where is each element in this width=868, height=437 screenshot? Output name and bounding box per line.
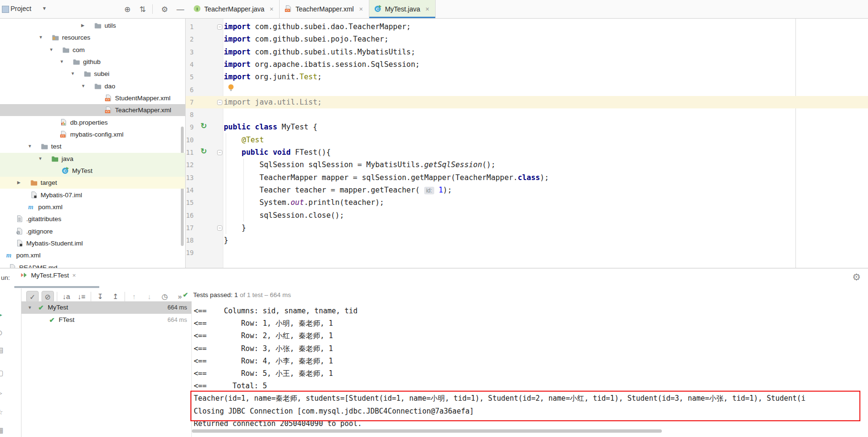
line-number: 5 <box>186 71 194 83</box>
xml-icon: <> <box>60 130 67 138</box>
test-tree-item-ftest[interactable]: ✔FTest664 ms <box>21 314 192 326</box>
hide-panel-icon[interactable]: — <box>175 4 186 15</box>
test-tree-item-mytest[interactable]: ▼✔MyTest664 ms <box>21 301 192 314</box>
editor-tab-teachermapper-java[interactable]: ITeacherMapper.java× <box>188 0 280 18</box>
code-text: import com.github.subei.pojo.Teacher; <box>224 33 388 45</box>
console-output[interactable]: <== Columns: sid, sname, tname, tid<== R… <box>192 301 868 437</box>
rerun-icon[interactable]: ▶ <box>0 310 2 319</box>
chevron-expanded-icon[interactable]: ▼ <box>81 80 85 92</box>
code-editor[interactable]: 1−import com.github.subei.dao.TeacherMap… <box>186 19 868 268</box>
tree-item-label: mybatis-config.xml <box>70 128 124 140</box>
tree-item-pom-xml[interactable]: mpom.xml <box>0 249 186 261</box>
tree-item-mytest[interactable]: CMyTest <box>0 165 186 177</box>
close-icon[interactable]: × <box>359 5 363 13</box>
tree-item-mybatis-student-iml[interactable]: Mybatis-Student.iml <box>0 237 186 249</box>
locate-file-icon[interactable]: ⊕ <box>122 4 133 15</box>
run-test-gutter-icon[interactable]: ↻ <box>199 147 208 156</box>
tree-item-java[interactable]: ▼java <box>0 153 186 165</box>
tree-item-teachermapper-xml[interactable]: <>TeacherMapper.xml <box>0 104 186 116</box>
console-horizontal-scrollbar[interactable] <box>192 429 662 433</box>
tree-item-mybatis-07-iml[interactable]: Mybatis-07.iml <box>0 189 186 201</box>
close-icon[interactable]: × <box>426 5 429 13</box>
tree-item-utils[interactable]: ▶utils <box>0 20 186 32</box>
chevron-expanded-icon[interactable]: ▼ <box>28 301 32 314</box>
code-text: SqlSession sqlSession = MybatisUtils.get… <box>224 159 495 171</box>
tree-item-label: db.properties <box>70 117 108 128</box>
chevron-expanded-icon[interactable]: ▼ <box>49 44 53 56</box>
tree-item-subei[interactable]: ▼subei <box>0 68 186 80</box>
pin-icon[interactable]: ☆ <box>0 408 3 416</box>
code-line-14: 14 Teacher teacher = mapper.getTeacher( … <box>186 184 868 196</box>
chevron-expanded-icon[interactable]: ▼ <box>71 68 75 80</box>
tree-item-resources[interactable]: ▼resources <box>0 32 186 43</box>
tree-item-readme-md[interactable]: README.md <box>0 262 186 268</box>
show-passed-icon[interactable]: ✓ <box>26 291 39 302</box>
tree-item--gitattributes[interactable]: .gitattributes <box>0 213 186 225</box>
chevron-collapsed-icon[interactable]: ▶ <box>17 177 21 189</box>
chevron-down-icon[interactable]: ▼ <box>42 6 47 11</box>
show-ignored-icon[interactable]: ⊘ <box>42 291 54 302</box>
stop-icon[interactable]: ▢ <box>0 369 3 377</box>
collapse-all-icon[interactable]: ↥ <box>109 291 122 302</box>
tree-item-db-properties[interactable]: db.properties <box>0 117 186 128</box>
code-line-16: 16 sqlSession.close(); <box>186 209 868 222</box>
code-text: @Test <box>224 134 264 146</box>
close-icon[interactable]: × <box>270 5 273 13</box>
tree-item-pom-xml[interactable]: mpom.xml <box>0 201 186 213</box>
test-report-icon[interactable]: ▤ <box>0 346 3 354</box>
console-line: Closing JDBC Connection [com.mysql.jdbc.… <box>194 405 474 417</box>
fold-marker-icon[interactable]: − <box>217 100 222 105</box>
close-icon[interactable]: × <box>73 272 76 279</box>
test-history-icon[interactable]: ◷ <box>158 291 171 302</box>
run-config-tab[interactable]: MyTest.FTest × <box>20 271 76 279</box>
code-line-9: 9↻public class MyTest { <box>186 121 868 133</box>
tree-item-label: pom.xml <box>16 249 41 261</box>
fold-marker-icon[interactable]: − <box>217 225 222 231</box>
chevron-expanded-icon[interactable]: ▼ <box>39 32 43 43</box>
fold-marker-icon[interactable]: − <box>217 24 222 30</box>
sort-by-duration-icon[interactable]: ↓≡ <box>75 291 88 302</box>
fold-marker-icon[interactable]: − <box>217 150 222 155</box>
sort-alphabetically-icon[interactable]: ↓a <box>60 291 73 302</box>
run-config-icon[interactable]: ▷ <box>0 389 2 397</box>
chevron-expanded-icon[interactable]: ▼ <box>60 56 64 68</box>
layout-icon[interactable]: ▦ <box>0 426 3 435</box>
tree-item-dao[interactable]: ▼dao <box>0 80 186 92</box>
tree-item-label: test <box>51 140 62 152</box>
run-test-gutter-icon[interactable]: ↻ <box>199 122 208 130</box>
editor-tab-teachermapper-xml[interactable]: <>TeacherMapper.xml× <box>280 0 369 18</box>
code-line-13: 13 TeacherMapper mapper = sqlSession.get… <box>186 171 868 184</box>
test-passed-icon: ✔ <box>49 314 55 326</box>
expand-all-icon[interactable]: ↧ <box>94 291 106 302</box>
next-failed-test-icon[interactable]: ↓ <box>143 291 156 302</box>
xml-icon: <> <box>105 94 112 102</box>
run-window-label: un: <box>1 274 10 281</box>
chevron-collapsed-icon[interactable]: ▶ <box>81 20 84 32</box>
intention-bulb-icon[interactable] <box>228 84 234 94</box>
divider <box>57 292 57 301</box>
chevron-expanded-icon[interactable]: ▼ <box>38 153 42 165</box>
previous-failed-test-icon[interactable]: ↑ <box>128 291 140 302</box>
line-number: 9 <box>186 121 194 133</box>
project-panel-title[interactable]: Project <box>10 5 31 12</box>
collapse-all-icon[interactable]: ⇅ <box>137 4 148 15</box>
line-number: 7 <box>186 96 194 108</box>
tree-item--gitignore[interactable]: .gitignore <box>0 225 186 237</box>
tree-item-com[interactable]: ▼com <box>0 44 186 56</box>
line-number: 6 <box>186 84 194 96</box>
tree-item-target[interactable]: ▶target <box>0 177 186 189</box>
tree-item-github[interactable]: ▼github <box>0 56 186 68</box>
code-text: import org.junit.Test; <box>224 71 322 83</box>
divider <box>152 4 153 14</box>
tree-item-mybatis-config-xml[interactable]: <>mybatis-config.xml <box>0 128 186 140</box>
git-icon <box>16 215 23 223</box>
chevron-expanded-icon[interactable]: ▼ <box>28 140 32 152</box>
editor-tab-mytest-java[interactable]: CMyTest.java× <box>369 0 436 18</box>
rerun-failed-icon[interactable]: ⊙ <box>0 329 3 337</box>
ide-window: Project ▼ ⊕⇅⚙— ITeacherMapper.java×<>Tea… <box>0 0 868 437</box>
run-settings-gear-icon[interactable]: ⚙ <box>852 271 861 283</box>
tree-item-studentmapper-xml[interactable]: <>StudentMapper.xml <box>0 92 186 104</box>
settings-gear-icon[interactable]: ⚙ <box>159 4 170 15</box>
tree-item-label: utils <box>105 20 116 32</box>
tree-item-test[interactable]: ▼test <box>0 140 186 152</box>
